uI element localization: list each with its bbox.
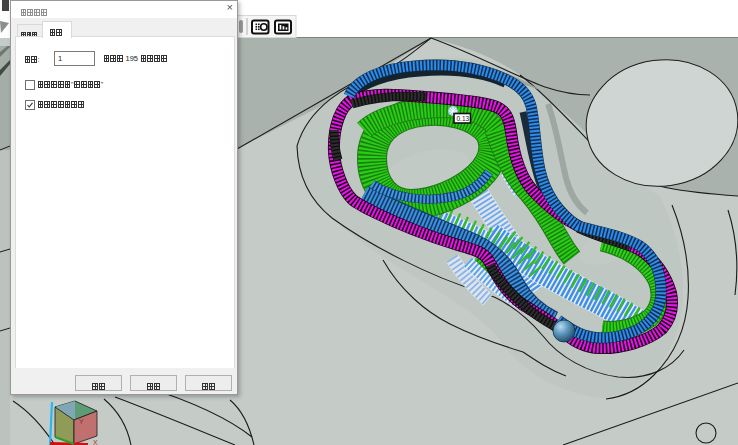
svg-text:X: X — [93, 439, 98, 445]
svg-text:0.13: 0.13 — [457, 115, 470, 122]
svg-text:Y: Y — [79, 418, 84, 425]
